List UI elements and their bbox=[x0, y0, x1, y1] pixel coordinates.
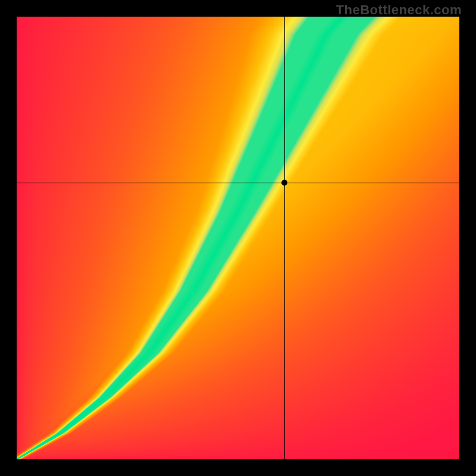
heatmap-plot bbox=[17, 17, 459, 459]
chart-stage: TheBottleneck.com bbox=[0, 0, 476, 476]
heatmap-canvas bbox=[17, 17, 459, 459]
watermark-text: TheBottleneck.com bbox=[336, 2, 462, 18]
